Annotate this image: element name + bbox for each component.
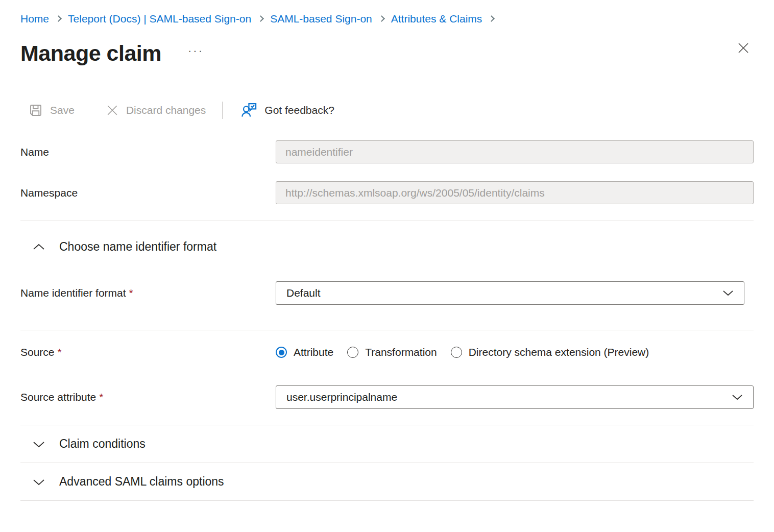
name-identifier-format-dropdown[interactable]: Default: [276, 281, 744, 305]
save-icon: [28, 103, 43, 118]
discard-changes-button[interactable]: Discard changes: [105, 103, 206, 117]
manage-claim-panel: Home Teleport (Docs) | SAML-based Sign-o…: [0, 0, 774, 501]
radio-directory-schema-extension-label: Directory schema extension (Preview): [469, 346, 649, 358]
section-advanced-saml-claims-options[interactable]: Advanced SAML claims options: [20, 463, 754, 500]
section-title: Claim conditions: [59, 437, 146, 451]
section-divider: [20, 500, 754, 501]
required-asterisk: *: [129, 287, 133, 299]
close-panel-button[interactable]: [734, 39, 753, 58]
source-field-row: Source* Attribute Transformation Directo…: [20, 341, 754, 364]
name-identifier-format-row: Name identifier format* Default: [20, 281, 754, 305]
chevron-right-icon: [488, 15, 495, 22]
radio-transformation-label: Transformation: [365, 346, 437, 358]
source-attribute-value: user.userprincipalname: [286, 391, 397, 403]
required-asterisk: *: [58, 346, 62, 358]
save-button[interactable]: Save: [28, 103, 75, 118]
breadcrumb-home[interactable]: Home: [20, 12, 49, 26]
source-attribute-label: Source attribute*: [20, 391, 276, 403]
radio-unselected-icon: [347, 347, 358, 358]
got-feedback-button[interactable]: Got feedback?: [240, 102, 334, 119]
section-divider: [20, 330, 754, 330]
chevron-down-icon: [732, 391, 743, 403]
chevron-right-icon: [378, 15, 385, 22]
section-claim-conditions[interactable]: Claim conditions: [20, 425, 754, 463]
name-label: Name: [20, 146, 276, 158]
source-attribute-row: Source attribute* user.userprincipalname: [20, 385, 754, 409]
radio-selected-icon: [276, 347, 287, 358]
save-button-label: Save: [50, 104, 75, 116]
namespace-label: Namespace: [20, 187, 276, 199]
got-feedback-label: Got feedback?: [264, 104, 334, 116]
chevron-down-icon: [32, 478, 45, 486]
breadcrumb: Home Teleport (Docs) | SAML-based Sign-o…: [20, 0, 754, 26]
claim-form: Name Namespace Choose name identifier fo…: [20, 140, 754, 501]
radio-transformation[interactable]: Transformation: [347, 346, 437, 358]
radio-unselected-icon: [451, 347, 462, 358]
breadcrumb-saml-signon[interactable]: SAML-based Sign-on: [270, 12, 372, 26]
name-identifier-format-label: Name identifier format*: [20, 287, 276, 299]
discard-changes-label: Discard changes: [126, 104, 206, 116]
section-title: Advanced SAML claims options: [59, 475, 224, 489]
chevron-right-icon: [55, 15, 62, 22]
namespace-field-row: Namespace: [20, 181, 754, 204]
breadcrumb-attributes-claims[interactable]: Attributes & Claims: [391, 12, 482, 26]
section-divider: [20, 221, 754, 221]
title-row: Manage claim ···: [20, 39, 754, 67]
section-title: Choose name identifier format: [59, 240, 216, 254]
namespace-input: [276, 181, 754, 204]
name-identifier-format-value: Default: [286, 287, 321, 299]
feedback-person-icon: [240, 102, 258, 119]
breadcrumb-app[interactable]: Teleport (Docs) | SAML-based Sign-on: [68, 12, 251, 26]
more-options-button[interactable]: ···: [188, 44, 204, 58]
source-label: Source*: [20, 346, 276, 358]
chevron-right-icon: [257, 15, 264, 22]
section-choose-name-identifier-format[interactable]: Choose name identifier format: [20, 228, 754, 262]
source-attribute-dropdown[interactable]: user.userprincipalname: [276, 385, 754, 409]
radio-directory-schema-extension[interactable]: Directory schema extension (Preview): [451, 346, 649, 358]
required-asterisk: *: [99, 391, 103, 403]
chevron-up-icon: [32, 243, 45, 251]
chevron-down-icon: [32, 440, 45, 448]
source-radio-group: Attribute Transformation Directory schem…: [276, 346, 754, 358]
command-bar: Save Discard changes Got feedback?: [20, 99, 754, 122]
name-input: [276, 140, 754, 163]
chevron-down-icon: [722, 287, 734, 299]
name-field-row: Name: [20, 140, 754, 163]
radio-attribute[interactable]: Attribute: [276, 346, 333, 358]
discard-x-icon: [105, 103, 119, 117]
page-title: Manage claim: [20, 41, 161, 66]
radio-attribute-label: Attribute: [294, 346, 333, 358]
close-icon: [735, 50, 752, 58]
toolbar-divider: [222, 102, 223, 119]
